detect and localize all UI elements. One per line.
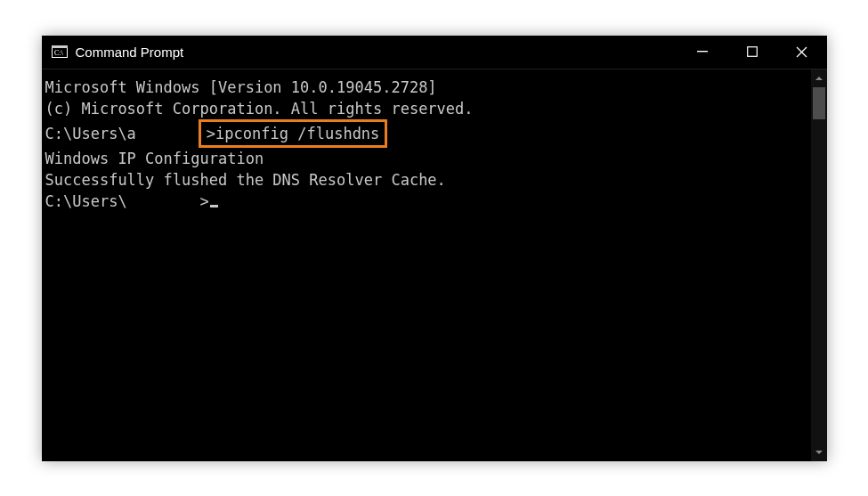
redacted-user xyxy=(127,191,200,212)
maximize-button[interactable] xyxy=(727,35,777,69)
close-button[interactable] xyxy=(777,35,827,69)
svg-text:C:\: C:\ xyxy=(54,49,64,57)
scroll-down-arrow-icon[interactable] xyxy=(811,443,827,461)
scroll-thumb[interactable] xyxy=(813,87,825,119)
redacted-user xyxy=(136,123,204,144)
output-header: Windows IP Configuration xyxy=(45,148,807,169)
cmd-icon: C:\ xyxy=(51,45,69,59)
command-highlight: >ipconfig /flushdns xyxy=(199,119,387,148)
vertical-scrollbar[interactable] xyxy=(811,69,827,461)
prompt-line-2: C:\Users\ > xyxy=(45,191,807,212)
scroll-track[interactable] xyxy=(811,87,827,443)
entered-command: ipconfig /flushdns xyxy=(215,125,379,142)
window-title: Command Prompt xyxy=(76,45,184,60)
banner-line-2: (c) Microsoft Corporation. All rights re… xyxy=(45,98,807,119)
output-result: Successfully flushed the DNS Resolver Ca… xyxy=(45,169,807,191)
prompt-path: C:\Users\ xyxy=(45,192,127,210)
text-cursor xyxy=(210,205,218,207)
svg-rect-4 xyxy=(697,51,708,52)
minimize-button[interactable] xyxy=(677,35,727,69)
svg-rect-2 xyxy=(52,45,68,48)
prompt-marker: > xyxy=(207,125,215,142)
prompt-line-1: C:\Users\a >ipconfig /flushdns xyxy=(45,119,807,148)
banner-line-1: Microsoft Windows [Version 10.0.19045.27… xyxy=(45,77,807,98)
titlebar[interactable]: C:\ Command Prompt xyxy=(42,36,827,69)
command-prompt-window: C:\ Command Prompt Microsoft Windows [Ve… xyxy=(42,36,827,461)
scroll-up-arrow-icon[interactable] xyxy=(811,69,827,87)
svg-rect-5 xyxy=(747,47,757,57)
prompt-path: C:\Users\a xyxy=(45,125,136,142)
prompt-marker: > xyxy=(200,192,209,210)
client-area: Microsoft Windows [Version 10.0.19045.27… xyxy=(42,69,827,461)
terminal-output[interactable]: Microsoft Windows [Version 10.0.19045.27… xyxy=(42,69,811,461)
